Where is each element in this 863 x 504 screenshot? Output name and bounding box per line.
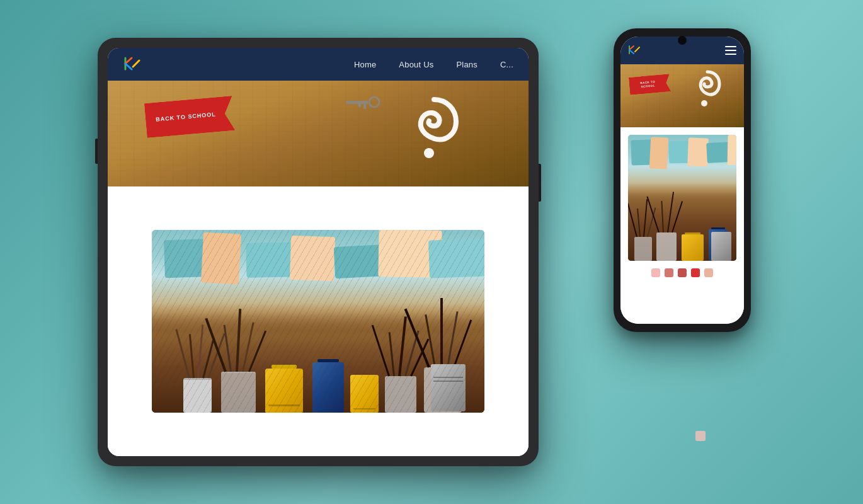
tablet-device: Home About Us Plans C... BACK TO SCHOOL — [98, 38, 539, 466]
large-can — [431, 364, 466, 411]
tablet-hero: BACK TO SCHOOL — [108, 81, 529, 186]
svg-point-5 — [701, 100, 707, 106]
paint-can-2 — [312, 362, 344, 413]
phone-swirl — [690, 68, 725, 109]
decorative-square — [695, 431, 706, 441]
nav-plans[interactable]: Plans — [456, 60, 477, 69]
phone-cup-2 — [656, 232, 677, 261]
nav-about[interactable]: About Us — [399, 60, 433, 69]
paint-cup-1 — [183, 378, 212, 413]
pennant-text: BACK TO SCHOOL — [156, 110, 224, 123]
dot-3[interactable] — [678, 268, 687, 277]
phone-cup-1 — [634, 237, 652, 261]
phone-hero-bg — [620, 64, 744, 127]
pagination-dots — [651, 268, 713, 277]
phone-pennant-text: BACK TOSCHOOL — [640, 80, 660, 89]
svg-rect-4 — [363, 104, 366, 109]
dot-1[interactable] — [651, 268, 660, 277]
phone-content — [620, 127, 744, 324]
phone-camera — [678, 36, 687, 45]
paint-can-3 — [350, 375, 379, 413]
key-decoration — [346, 96, 384, 112]
hamburger-menu[interactable] — [725, 46, 736, 55]
paint-cup-large — [424, 367, 462, 413]
paint-cup-2 — [221, 372, 256, 413]
table-surface — [152, 303, 484, 413]
phone-wood-texture — [620, 64, 744, 127]
tablet-screen: Home About Us Plans C... BACK TO SCHOOL — [108, 48, 529, 456]
hamburger-line-2 — [725, 50, 736, 51]
phone-logo — [628, 45, 642, 56]
scene: Home About Us Plans C... BACK TO SCHOOL — [0, 0, 863, 504]
nav-more[interactable]: C... — [500, 60, 513, 69]
phone-paint-area — [628, 135, 736, 188]
phone-screen: BACK TOSCHOOL — [620, 37, 744, 324]
phone-brushes-bg — [628, 135, 736, 261]
paint-strokes-area — [152, 230, 484, 312]
phone-yellow-can — [682, 234, 704, 261]
tablet-content — [108, 186, 529, 456]
phone-gray-can — [711, 232, 731, 261]
dot-5[interactable] — [704, 268, 713, 277]
phone-device: BACK TOSCHOOL — [614, 28, 751, 332]
hamburger-line-3 — [725, 54, 736, 55]
tablet-nav: Home About Us Plans C... — [108, 48, 529, 81]
svg-point-0 — [424, 148, 434, 158]
hamburger-line-1 — [725, 46, 736, 47]
phone-hero: BACK TOSCHOOL — [620, 64, 744, 127]
brushes-background — [152, 230, 484, 413]
nav-home[interactable]: Home — [354, 60, 376, 69]
svg-rect-1 — [346, 101, 368, 104]
svg-rect-3 — [358, 104, 361, 107]
phone-pennant: BACK TOSCHOOL — [629, 74, 671, 95]
swirl-decoration — [403, 93, 466, 163]
phone-content-image — [628, 135, 736, 261]
tablet-logo — [123, 55, 143, 73]
paint-cup-3 — [385, 376, 416, 413]
svg-point-2 — [369, 97, 379, 107]
tablet-content-image — [152, 230, 484, 413]
yellow-paint-can — [265, 369, 303, 413]
tablet-nav-links: Home About Us Plans C... — [354, 60, 513, 69]
dot-active[interactable] — [691, 268, 700, 277]
dot-2[interactable] — [665, 268, 673, 277]
